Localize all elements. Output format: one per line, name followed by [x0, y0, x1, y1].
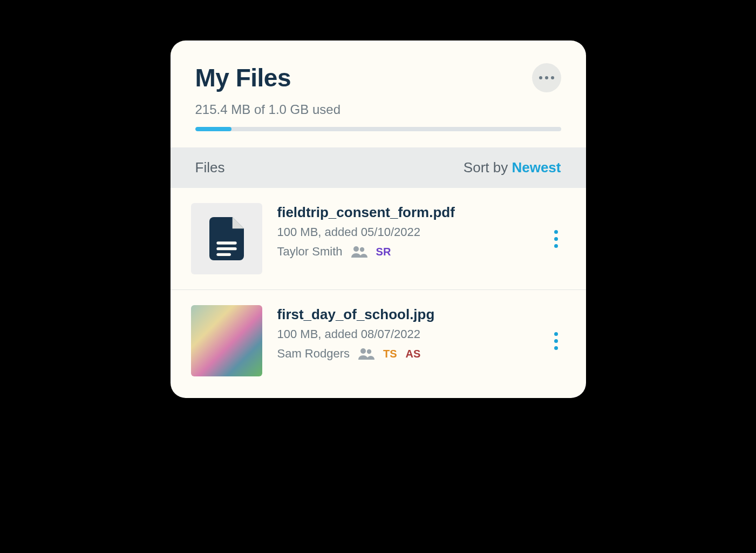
storage-section: 215.4 MB of 1.0 GB used: [171, 102, 586, 147]
page-title: My Files: [195, 63, 291, 92]
file-owner-line: Taylor Smith SR: [277, 245, 536, 259]
dots-horizontal-icon: [539, 76, 542, 79]
dots-vertical-icon: [554, 332, 558, 336]
file-list: fieldtrip_consent_form.pdf100 MB, added …: [171, 188, 586, 398]
file-thumbnail-image: [191, 305, 262, 376]
shared-with-icon: [358, 348, 374, 360]
file-actions-button[interactable]: [551, 226, 561, 252]
people-icon: [351, 246, 367, 258]
storage-usage-text: 215.4 MB of 1.0 GB used: [195, 102, 561, 117]
file-row[interactable]: first_day_of_school.jpg100 MB, added 08/…: [171, 290, 586, 398]
storage-progress-track: [195, 127, 561, 131]
card-header: My Files: [171, 41, 586, 102]
file-thumbnail-document: [191, 203, 262, 274]
storage-progress-fill: [195, 127, 232, 131]
sort-by-label: Sort by: [464, 159, 512, 176]
my-files-card: My Files 215.4 MB of 1.0 GB used Files S…: [171, 41, 586, 398]
svg-rect-1: [216, 247, 236, 250]
list-header-label: Files: [195, 159, 225, 176]
file-name: first_day_of_school.jpg: [277, 306, 536, 323]
dots-vertical-icon: [554, 230, 558, 234]
sort-dropdown[interactable]: Newest: [512, 159, 561, 176]
svg-point-6: [367, 349, 371, 354]
more-options-button[interactable]: [532, 63, 561, 92]
file-meta: 100 MB, added 05/10/2022: [277, 225, 536, 239]
file-owner: Sam Rodgers: [277, 347, 350, 361]
list-header: Files Sort by Newest: [171, 147, 586, 188]
shared-user-initials: AS: [406, 348, 421, 360]
file-info: first_day_of_school.jpg100 MB, added 08/…: [277, 305, 536, 361]
sort-control: Sort by Newest: [464, 159, 561, 176]
svg-rect-2: [216, 253, 231, 256]
svg-point-5: [360, 348, 366, 354]
svg-rect-0: [216, 241, 236, 244]
shared-user-initials: SR: [376, 246, 391, 258]
file-actions-button[interactable]: [551, 328, 561, 354]
svg-point-3: [353, 246, 359, 252]
document-icon: [209, 217, 244, 260]
people-icon: [358, 348, 374, 360]
file-info: fieldtrip_consent_form.pdf100 MB, added …: [277, 203, 536, 259]
file-owner-line: Sam Rodgers TSAS: [277, 347, 536, 361]
file-meta: 100 MB, added 08/07/2022: [277, 327, 536, 341]
file-name: fieldtrip_consent_form.pdf: [277, 204, 536, 221]
svg-point-4: [359, 247, 364, 252]
shared-with-icon: [351, 246, 367, 258]
shared-user-initials: TS: [383, 348, 397, 360]
file-owner: Taylor Smith: [277, 245, 343, 259]
file-row[interactable]: fieldtrip_consent_form.pdf100 MB, added …: [171, 188, 586, 290]
